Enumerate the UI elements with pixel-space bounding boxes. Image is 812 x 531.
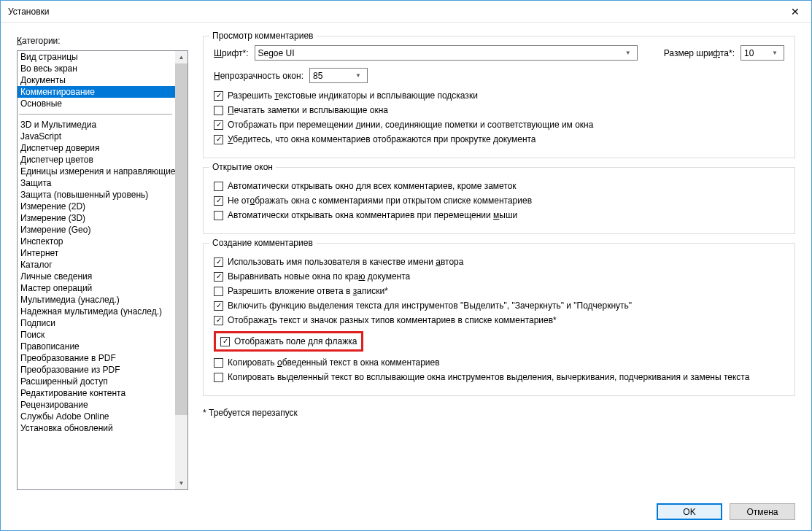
checkbox-label[interactable]: Не отображать окна с комментариями при о… [228, 195, 532, 206]
category-item[interactable]: Во весь экран [18, 63, 175, 74]
chevron-down-icon: ▼ [622, 50, 634, 56]
checkbox-row: Печатать заметки и всплывающие окна [214, 105, 784, 115]
checkbox-label[interactable]: Разрешить текстовые индикаторы и всплыва… [228, 90, 478, 101]
scroll-thumb[interactable] [175, 63, 187, 415]
checkbox-row: Включить функцию выделения текста для ин… [214, 301, 784, 311]
group-title: Создание комментариев [209, 238, 316, 248]
scroll-down-button[interactable]: ▼ [175, 477, 187, 489]
checkbox-label[interactable]: Отображать поле для флажка [234, 336, 357, 346]
checkbox[interactable] [214, 272, 223, 282]
checkbox-label[interactable]: Автоматически открывать окно для всех ко… [228, 181, 517, 191]
checkbox-label[interactable]: Убедитесь, что окна комментариев отображ… [228, 134, 536, 144]
category-item[interactable]: Защита [18, 177, 175, 189]
checkbox-row: Копировать выделенный текст во всплывающ… [214, 372, 784, 382]
window-title: Установки [8, 7, 778, 17]
cancel-button[interactable]: Отмена [730, 503, 795, 520]
categories-list: Вид страницыВо весь экранДокументыКоммен… [17, 50, 188, 490]
checkbox-label[interactable]: Отображать текст и значок разных типов к… [228, 315, 557, 325]
checkbox-label[interactable]: Автоматически открывать окна комментарие… [228, 210, 517, 220]
category-item[interactable]: Комментирование [18, 86, 175, 98]
category-item[interactable]: Диспетчер цветов [18, 154, 175, 166]
checkbox[interactable] [214, 211, 223, 220]
category-item[interactable]: Мультимедиа (унаслед.) [18, 294, 175, 306]
checkbox-row: Автоматически открывать окна комментарие… [214, 210, 784, 220]
close-button[interactable]: ✕ [778, 1, 811, 23]
category-item[interactable]: Мастер операций [18, 282, 175, 294]
category-item[interactable]: Измерение (Geo) [18, 224, 175, 236]
categories-label: Категории: [17, 36, 188, 46]
font-label: Шрифт*: [214, 48, 249, 58]
category-item[interactable]: Преобразование в PDF [18, 352, 175, 364]
category-item[interactable]: Диспетчер доверия [18, 142, 175, 154]
category-item[interactable]: Правописание [18, 341, 175, 352]
scroll-track[interactable] [175, 63, 187, 477]
category-item[interactable]: Рецензирование [18, 399, 175, 411]
content-area: Категории: Вид страницыВо весь экранДоку… [1, 23, 811, 497]
checkbox-label[interactable]: Использовать имя пользователя в качестве… [228, 257, 463, 267]
category-item[interactable]: Инспектор [18, 236, 175, 247]
font-size-label: Размер шрифта*: [664, 48, 735, 58]
checkbox[interactable] [214, 182, 223, 191]
checkbox-label[interactable]: Выравнивать новые окна по краю документа [228, 271, 410, 282]
checkbox-row: Не отображать окна с комментариями при о… [214, 195, 784, 206]
category-item[interactable]: Измерение (2D) [18, 201, 175, 212]
font-select[interactable]: Segoe UI ▼ [255, 45, 638, 61]
checkbox-label[interactable]: Копировать обведенный текст в окна комме… [228, 357, 440, 368]
group-view-comments: Просмотр комментариев Шрифт*: Segoe UI ▼… [203, 36, 795, 158]
checkbox-row: Разрешить вложение ответа в записки* [214, 286, 784, 296]
category-item[interactable]: Редактирование контента [18, 387, 175, 399]
category-item[interactable]: Преобразование из PDF [18, 364, 175, 376]
checkbox[interactable] [214, 135, 223, 144]
group-title: Просмотр комментариев [209, 31, 316, 41]
scrollbar[interactable]: ▲ ▼ [175, 51, 187, 489]
ok-button[interactable]: OK [657, 503, 722, 520]
category-item[interactable]: Установка обновлений [18, 422, 175, 434]
category-item[interactable]: Вид страницы [18, 51, 175, 63]
category-item[interactable]: Службы Adobe Online [18, 411, 175, 422]
category-item[interactable]: Единицы измерения и направляющие [18, 166, 175, 177]
category-item[interactable]: Расширенный доступ [18, 376, 175, 387]
category-item[interactable]: Каталог [18, 259, 175, 271]
category-item[interactable]: Измерение (3D) [18, 212, 175, 224]
checkbox-row: Отображать при перемещении линии, соедин… [214, 120, 784, 130]
group-title: Открытие окон [209, 162, 276, 172]
category-separator [19, 114, 172, 115]
category-item[interactable]: Документы [18, 74, 175, 86]
chevron-down-icon: ▼ [769, 50, 781, 56]
checkbox-label[interactable]: Копировать выделенный текст во всплывающ… [228, 372, 749, 382]
checkbox[interactable] [220, 337, 230, 346]
category-item[interactable]: Основные [18, 98, 175, 109]
checkbox[interactable] [214, 301, 223, 311]
checkbox-label[interactable]: Разрешить вложение ответа в записки* [228, 286, 388, 296]
checkbox-label[interactable]: Включить функцию выделения текста для ин… [228, 301, 632, 311]
checkbox-row: Отображать поле для флажка [214, 331, 363, 352]
category-item[interactable]: Поиск [18, 329, 175, 341]
close-icon: ✕ [791, 6, 800, 18]
checkbox-label[interactable]: Печатать заметки и всплывающие окна [228, 105, 388, 115]
category-item[interactable]: Надежная мультимедиа (унаслед.) [18, 306, 175, 317]
category-item[interactable]: Защита (повышенный уровень) [18, 189, 175, 201]
titlebar: Установки ✕ [1, 1, 811, 23]
category-item[interactable]: JavaScript [18, 131, 175, 142]
category-item[interactable]: Личные сведения [18, 271, 175, 282]
opacity-select[interactable]: 85 ▼ [309, 68, 368, 83]
checkbox[interactable] [214, 316, 223, 325]
checkbox[interactable] [214, 120, 223, 130]
category-item[interactable]: Подписи [18, 317, 175, 329]
category-item[interactable]: 3D и Мультимедиа [18, 119, 175, 131]
font-size-select[interactable]: 10 ▼ [741, 45, 784, 61]
checkbox[interactable] [214, 358, 223, 368]
scroll-up-button[interactable]: ▲ [175, 51, 187, 63]
checkbox-row: Копировать обведенный текст в окна комме… [214, 357, 784, 368]
checkbox[interactable] [214, 106, 223, 115]
checkbox[interactable] [214, 196, 223, 206]
checkbox[interactable] [214, 373, 223, 382]
group-create-comments: Создание комментариев Использовать имя п… [203, 243, 795, 396]
checkbox-label[interactable]: Отображать при перемещении линии, соедин… [228, 120, 593, 130]
checkbox-row: Убедитесь, что окна комментариев отображ… [214, 134, 784, 144]
checkbox[interactable] [214, 287, 223, 296]
settings-window: Установки ✕ Категории: Вид страницыВо ве… [0, 0, 812, 531]
checkbox[interactable] [214, 91, 223, 101]
checkbox[interactable] [214, 257, 223, 267]
category-item[interactable]: Интернет [18, 247, 175, 259]
